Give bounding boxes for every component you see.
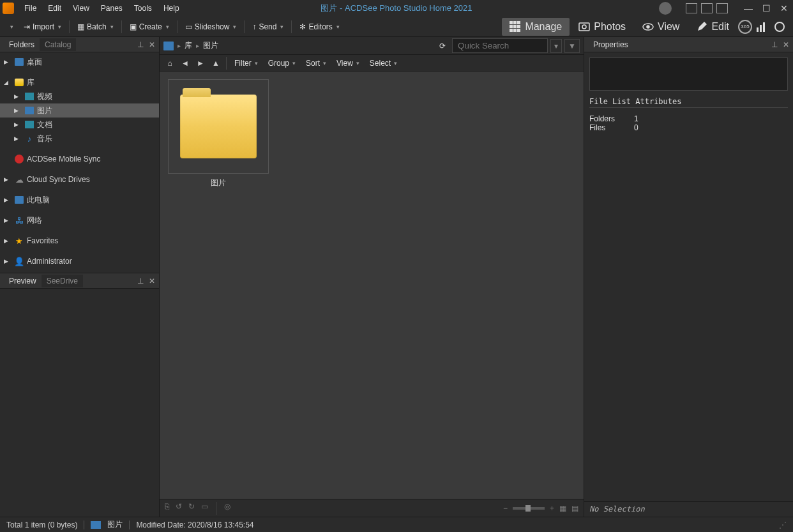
pin-icon[interactable]: ⊥ (771, 40, 778, 49)
sort-menu[interactable]: Sort▾ (302, 57, 330, 70)
resize-grip[interactable]: ⋰ (779, 521, 787, 529)
menu-help[interactable]: Help (158, 1, 185, 15)
bottom-toolbar: ⎘ ↺ ↻ ▭ ◎ − + ▦ ▤ (160, 499, 584, 517)
pin-icon[interactable]: ⊥ (137, 277, 144, 285)
tab-properties[interactable]: Properties (588, 38, 633, 51)
slideshow-button[interactable]: ▭ Slideshow▾ (181, 20, 241, 34)
rotate-right-icon[interactable]: ↻ (188, 502, 195, 515)
tree-administrator[interactable]: ▶👤Administrator (0, 254, 159, 268)
main-toolbar: ▾ ⇥ Import▾ ▦ Batch▾ ▣ Create▾ ▭ Slidesh… (0, 17, 793, 37)
layout-icons[interactable] (686, 3, 728, 13)
create-button[interactable]: ▣ Create▾ (126, 20, 173, 34)
minimize-button[interactable]: — (742, 3, 755, 14)
thumb-view-icon[interactable]: ▦ (559, 504, 566, 513)
pin-icon[interactable]: ⊥ (137, 40, 144, 49)
menu-panes[interactable]: Panes (96, 1, 128, 15)
close-button[interactable]: ✕ (778, 3, 790, 14)
select-menu[interactable]: Select▾ (366, 57, 401, 70)
batch-button[interactable]: ▦ Batch▾ (73, 20, 117, 34)
filter-menu[interactable]: Filter▾ (230, 57, 262, 70)
close-icon[interactable]: ✕ (783, 40, 789, 49)
svg-rect-14 (760, 25, 762, 32)
folders-panel-header: Folders Catalog ⊥ ✕ (0, 37, 159, 52)
svg-rect-9 (579, 23, 589, 31)
menu-tools[interactable]: Tools (129, 1, 157, 15)
search-dropdown-icon[interactable]: ▾ (550, 39, 562, 53)
mode-365-icon[interactable]: 365 (738, 20, 752, 34)
properties-preview-box (589, 57, 788, 91)
no-selection-label: No Selection (584, 501, 793, 517)
tab-catalog[interactable]: Catalog (40, 38, 76, 51)
user-account-icon[interactable] (659, 2, 672, 15)
up-icon[interactable]: ▲ (209, 57, 222, 70)
svg-rect-5 (517, 25, 520, 28)
menu-file[interactable]: File (19, 1, 42, 15)
thumbnail-label: 图片 (211, 178, 226, 188)
menu-edit[interactable]: Edit (43, 1, 66, 15)
tab-preview[interactable]: Preview (4, 275, 42, 287)
zoom-in-icon[interactable]: + (550, 504, 554, 513)
tree-music[interactable]: ▶♪音乐 (0, 132, 159, 146)
back-icon[interactable]: ◄ (179, 57, 192, 70)
tree-desktop[interactable]: ▶桌面 (0, 55, 159, 69)
breadcrumb-pictures[interactable]: 图片 (203, 40, 218, 51)
home-icon[interactable]: ⌂ (163, 57, 176, 70)
tree-documents[interactable]: ▶文档 (0, 118, 159, 132)
tree-pictures[interactable]: ▶图片 (0, 103, 159, 118)
tree-this-pc[interactable]: ▶此电脑 (0, 193, 159, 207)
view-menu[interactable]: View▾ (333, 57, 363, 70)
dashboard-icon[interactable] (753, 18, 770, 36)
svg-rect-2 (517, 21, 520, 24)
svg-rect-0 (510, 21, 513, 24)
tree-network[interactable]: ▶🖧网络 (0, 213, 159, 227)
chevron-right-icon: ▸ (196, 42, 199, 49)
chevron-right-icon: ▸ (177, 42, 181, 49)
tree-video[interactable]: ▶视频 (0, 89, 159, 103)
tree-library[interactable]: ◢库 (0, 75, 159, 89)
close-icon[interactable]: ✕ (149, 277, 155, 285)
external-editor-icon[interactable]: ⎘ (165, 502, 169, 515)
svg-rect-4 (513, 25, 517, 28)
refresh-icon[interactable]: ⟳ (439, 42, 446, 50)
tree-mobile-sync[interactable]: ACDSee Mobile Sync (0, 152, 159, 166)
send-button[interactable]: ↑ Send▾ (248, 20, 287, 34)
folder-icon (180, 95, 257, 158)
folder-thumbnail[interactable]: 图片 (167, 79, 269, 188)
mode-photos[interactable]: Photos (571, 18, 633, 36)
view-toolbar: ⌂ ◄ ► ▲ Filter▾ Group▾ Sort▾ View▾ Selec… (160, 55, 584, 72)
sync-icon[interactable] (771, 18, 788, 36)
mode-manage[interactable]: Manage (502, 18, 570, 36)
folders-tree[interactable]: ▶桌面 ◢库 ▶视频 ▶图片 ▶文档 ▶♪音乐 ACDSee Mobile Sy… (0, 52, 159, 273)
svg-rect-1 (513, 21, 517, 24)
tree-cloud-drives[interactable]: ▶☁Cloud Sync Drives (0, 172, 159, 186)
tree-favorites[interactable]: ▶★Favorites (0, 234, 159, 248)
editors-button[interactable]: ✻ Editors▾ (296, 20, 343, 34)
list-view-icon[interactable]: ▤ (571, 504, 578, 513)
target-icon[interactable]: ◎ (224, 502, 230, 515)
svg-rect-8 (517, 29, 520, 32)
mode-edit[interactable]: Edit (688, 18, 737, 36)
rotate-left-icon[interactable]: ↺ (176, 502, 182, 515)
close-icon[interactable]: ✕ (149, 40, 155, 49)
breadcrumb-library[interactable]: 库 (185, 40, 192, 51)
maximize-button[interactable]: ☐ (760, 3, 773, 14)
toolbar-dropdown-icon[interactable]: ▾ (5, 21, 17, 33)
search-input[interactable] (452, 38, 548, 53)
svg-rect-6 (510, 29, 513, 32)
svg-point-12 (647, 26, 649, 28)
filter-icon[interactable]: ▼ (564, 39, 580, 53)
import-button[interactable]: ⇥ Import▾ (20, 20, 65, 34)
zoom-out-icon[interactable]: − (503, 504, 508, 513)
prop-files: Files0 (589, 123, 788, 132)
mode-view[interactable]: View (635, 18, 687, 36)
menu-view[interactable]: View (68, 1, 94, 15)
svg-rect-15 (763, 22, 765, 32)
tab-folders[interactable]: Folders (4, 38, 40, 51)
forward-icon[interactable]: ► (194, 57, 207, 70)
group-menu[interactable]: Group▾ (264, 57, 299, 70)
tab-seedrive[interactable]: SeeDrive (42, 275, 83, 287)
zoom-slider[interactable] (513, 507, 545, 510)
svg-rect-7 (513, 29, 517, 32)
compare-icon[interactable]: ▭ (201, 502, 208, 515)
file-list-area[interactable]: 图片 (160, 72, 584, 499)
